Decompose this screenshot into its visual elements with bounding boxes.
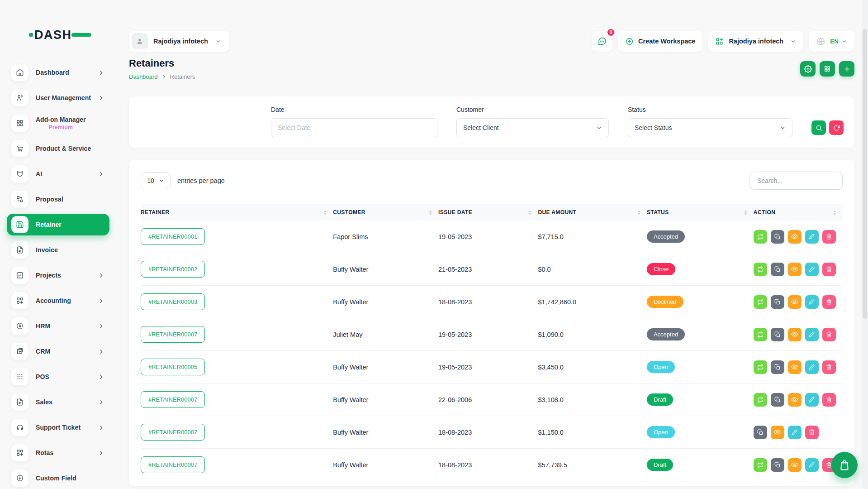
duplicate-button[interactable] bbox=[754, 426, 767, 439]
filter-reset-button[interactable] bbox=[829, 120, 844, 135]
delete-button[interactable] bbox=[805, 426, 819, 439]
retainer-number-button[interactable]: #RETAINER00007 bbox=[141, 424, 205, 441]
retainer-number-button[interactable]: #RETAINER00007 bbox=[141, 326, 205, 343]
convert-button[interactable] bbox=[754, 458, 767, 472]
duplicate-button[interactable] bbox=[771, 328, 784, 341]
entries-per-page-select[interactable]: 10 bbox=[141, 172, 171, 189]
edit-button[interactable] bbox=[805, 360, 819, 374]
eye-icon bbox=[791, 266, 798, 273]
delete-button[interactable] bbox=[822, 360, 836, 374]
duplicate-button[interactable] bbox=[771, 458, 784, 472]
sidebar-item-crm[interactable]: CRM bbox=[7, 340, 109, 362]
convert-button[interactable] bbox=[754, 360, 767, 374]
layout-grid-button[interactable] bbox=[820, 61, 835, 77]
edit-button[interactable] bbox=[805, 230, 819, 244]
sidebar-item-ai[interactable]: AI bbox=[7, 163, 109, 185]
view-button[interactable] bbox=[771, 426, 784, 439]
date-input[interactable] bbox=[271, 118, 437, 137]
sidebar-item-pos[interactable]: POS bbox=[7, 366, 109, 388]
floating-cart-button[interactable] bbox=[831, 452, 858, 478]
retainer-number-button[interactable]: #RETAINER00005 bbox=[141, 359, 205, 375]
convert-button[interactable] bbox=[754, 230, 767, 244]
breadcrumb-dashboard-link[interactable]: Dashboard bbox=[129, 73, 158, 80]
customer-cell: Buffy Walter bbox=[333, 298, 438, 306]
retainer-number-button[interactable]: #RETAINER00001 bbox=[141, 228, 205, 245]
convert-button[interactable] bbox=[754, 328, 767, 341]
sidebar-item-retainer[interactable]: Retainer bbox=[7, 214, 109, 235]
view-button[interactable] bbox=[788, 393, 802, 407]
delete-button[interactable] bbox=[822, 393, 836, 407]
brand-logo[interactable]: DASH bbox=[29, 26, 117, 43]
view-button[interactable] bbox=[788, 360, 802, 374]
sort-icon[interactable]: ▲▼ bbox=[637, 210, 640, 216]
delete-button[interactable] bbox=[822, 328, 836, 341]
settings-button[interactable] bbox=[800, 61, 816, 77]
eye-icon bbox=[791, 298, 798, 305]
sidebar-item-user-management[interactable]: User Management bbox=[7, 87, 109, 109]
sidebar-item-addon-manager[interactable]: Add-on Manager Premium bbox=[7, 112, 109, 134]
retainer-number-button[interactable]: #RETAINER00002 bbox=[141, 261, 205, 278]
messages-button[interactable]: 0 bbox=[592, 31, 612, 52]
sidebar-item-rotas[interactable]: Rotas bbox=[7, 442, 109, 464]
view-button[interactable] bbox=[788, 458, 802, 472]
sidebar-item-hrm[interactable]: HRM bbox=[7, 315, 109, 337]
sidebar-item-product-service[interactable]: Product & Service bbox=[7, 138, 109, 159]
sidebar-item-dashboard[interactable]: Dashboard bbox=[7, 62, 109, 83]
retainer-number-button[interactable]: #RETAINER00003 bbox=[141, 293, 205, 310]
sidebar-item-proposal[interactable]: Proposal bbox=[7, 188, 109, 210]
sidebar-item-projects[interactable]: Projects bbox=[7, 264, 109, 286]
duplicate-button[interactable] bbox=[771, 393, 784, 407]
home-icon bbox=[11, 64, 28, 81]
convert-button[interactable] bbox=[754, 263, 767, 276]
edit-button[interactable] bbox=[805, 263, 819, 276]
sort-icon[interactable]: ▲▼ bbox=[833, 210, 836, 216]
duplicate-button[interactable] bbox=[771, 360, 784, 374]
duplicate-button[interactable] bbox=[771, 230, 784, 244]
filter-search-button[interactable] bbox=[811, 120, 826, 135]
sort-icon[interactable]: ▲▼ bbox=[429, 210, 432, 216]
sort-icon[interactable]: ▲▼ bbox=[323, 210, 327, 216]
view-button[interactable] bbox=[788, 263, 802, 276]
sidebar-item-label: POS bbox=[36, 373, 49, 380]
view-button[interactable] bbox=[788, 230, 802, 244]
create-workspace-button[interactable]: Create Workspace bbox=[618, 31, 702, 52]
status-select[interactable]: Select Status bbox=[628, 118, 792, 137]
view-button[interactable] bbox=[788, 328, 802, 341]
table-search-input[interactable] bbox=[749, 172, 843, 190]
delete-button[interactable] bbox=[822, 230, 836, 244]
workspace-menu[interactable]: Rajodiya infotech bbox=[708, 31, 803, 52]
sort-icon[interactable]: ▲▼ bbox=[744, 210, 747, 216]
trash-icon bbox=[826, 234, 832, 240]
workspace-selector[interactable]: Rajodiya infotech bbox=[129, 31, 229, 52]
row-actions bbox=[754, 328, 843, 341]
edit-button[interactable] bbox=[805, 393, 819, 407]
delete-button[interactable] bbox=[822, 263, 836, 276]
edit-button[interactable] bbox=[805, 295, 819, 309]
customer-cell: Buffy Walter bbox=[333, 364, 438, 371]
view-button[interactable] bbox=[788, 295, 802, 309]
sidebar-item-support-ticket[interactable]: Support Ticket bbox=[7, 417, 109, 438]
search-icon bbox=[816, 125, 822, 131]
customer-select[interactable]: Select Client bbox=[456, 118, 609, 137]
sidebar-item-accounting[interactable]: Accounting bbox=[7, 290, 109, 312]
page-scrollbar[interactable] bbox=[862, 0, 868, 489]
logo-dot bbox=[29, 33, 33, 37]
retainer-number-button[interactable]: #RETAINER00007 bbox=[141, 456, 205, 473]
delete-button[interactable] bbox=[822, 295, 836, 309]
add-retainer-button[interactable] bbox=[839, 61, 854, 77]
sidebar-item-custom-field[interactable]: Custom Field bbox=[7, 467, 109, 489]
sort-icon[interactable]: ▲▼ bbox=[528, 210, 531, 216]
edit-button[interactable] bbox=[805, 328, 819, 341]
duplicate-button[interactable] bbox=[771, 263, 784, 276]
edit-button[interactable] bbox=[788, 426, 802, 439]
scrollbar-thumb[interactable] bbox=[863, 29, 867, 319]
edit-button[interactable] bbox=[805, 458, 819, 472]
convert-button[interactable] bbox=[754, 295, 767, 309]
retainer-number-button[interactable]: #RETAINER00007 bbox=[141, 391, 205, 408]
sidebar-item-invoice[interactable]: Invoice bbox=[7, 239, 109, 261]
language-menu[interactable]: EN bbox=[809, 31, 854, 52]
sidebar-item-sales[interactable]: Sales bbox=[7, 391, 109, 413]
convert-button[interactable] bbox=[754, 393, 767, 407]
duplicate-button[interactable] bbox=[771, 295, 784, 309]
sidebar-item-label: AI bbox=[36, 170, 42, 177]
